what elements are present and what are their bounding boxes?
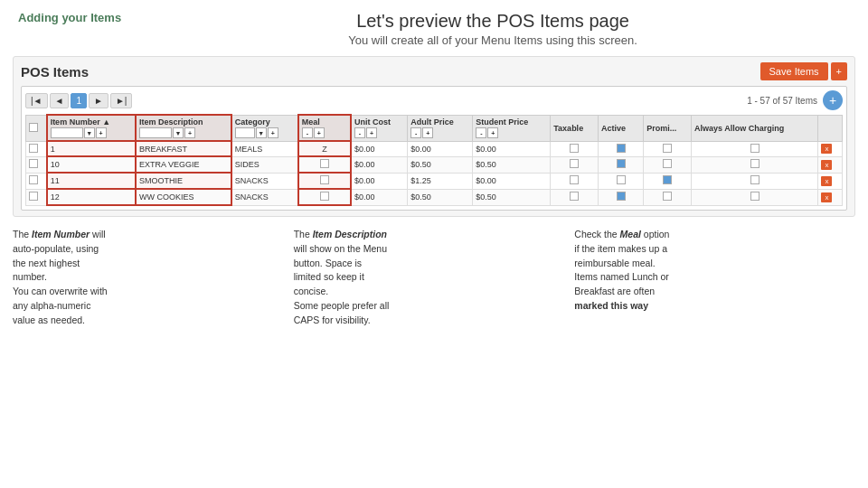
items-table: Item Number ▲ ▼ + Item Description ▼ + (25, 114, 843, 206)
student-plus[interactable]: + (487, 127, 498, 138)
table-row: 1 BREAKFAST MEALS Z $0.00 $0.00 $0.00 x (26, 141, 843, 156)
col2-text: The Item Descriptionwill show on the Men… (294, 229, 390, 325)
row-select (26, 189, 47, 205)
pagination-buttons: |◄ ◄ 1 ► ►| (25, 93, 132, 108)
delete-row-btn-2[interactable]: x (821, 176, 832, 186)
row-tax-1 (551, 156, 599, 173)
row-aac-3 (692, 189, 818, 205)
item-desc-plus[interactable]: + (184, 127, 195, 138)
adult-plus[interactable]: + (422, 127, 433, 138)
row-del-1: x (818, 156, 843, 173)
pos-header-row: POS Items Save Items + (21, 62, 847, 80)
row-select (26, 141, 47, 156)
save-extra-button[interactable]: + (831, 62, 847, 80)
row-cat-0: MEALS (231, 141, 298, 156)
row-promi-1 (644, 156, 692, 173)
row-cat-3: SNACKS (231, 189, 298, 205)
row-desc-0: BREAKFAST (136, 141, 231, 156)
row-meal-2 (298, 173, 351, 189)
last-page-btn[interactable]: ►| (110, 93, 133, 108)
meal-plus[interactable]: + (314, 127, 325, 138)
delete-row-btn-0[interactable]: x (821, 144, 832, 154)
cat-plus[interactable]: + (268, 127, 278, 138)
row-unit-2: $0.00 (351, 173, 408, 189)
table-area: |◄ ◄ 1 ► ►| 1 - 57 of 57 Items + Item Nu… (21, 86, 847, 211)
row-student-2: $0.00 (473, 173, 551, 189)
row-num-2: 11 (47, 173, 136, 189)
col-student-price: Student Price - + (473, 115, 551, 141)
row-unit-1: $0.00 (351, 156, 408, 173)
col-adult-price: Adult Price - + (408, 115, 473, 141)
row-promi-3 (644, 189, 692, 205)
row-cat-2: SNACKS (231, 173, 298, 189)
cat-arrow[interactable]: ▼ (256, 127, 267, 138)
pagination-row: |◄ ◄ 1 ► ►| 1 - 57 of 57 Items + (25, 90, 843, 110)
pos-container: POS Items Save Items + |◄ ◄ 1 ► ►| 1 - 5… (13, 56, 855, 217)
row-del-2: x (818, 173, 843, 189)
bottom-col-3: Check the Meal optionif the item makes u… (574, 228, 855, 327)
table-row: 10 EXTRA VEGGIE SIDES $0.00 $0.50 $0.50 (26, 156, 843, 173)
row-num-3: 12 (47, 189, 136, 205)
col3-text: Check the Meal optionif the item makes u… (574, 229, 669, 311)
row-active-1 (598, 156, 643, 173)
col-active: Active (598, 115, 643, 141)
table-header-row: Item Number ▲ ▼ + Item Description ▼ + (26, 115, 843, 141)
prev-page-btn[interactable]: ◄ (50, 93, 70, 108)
save-items-button[interactable]: Save Items (760, 62, 828, 80)
row-meal-0: Z (298, 141, 351, 156)
item-desc-filter[interactable] (139, 127, 172, 138)
row-student-0: $0.00 (473, 141, 551, 156)
cat-filter[interactable] (235, 127, 255, 138)
unit-plus[interactable]: + (366, 127, 377, 138)
bottom-col-2: The Item Descriptionwill show on the Men… (294, 228, 575, 327)
col-item-description: Item Description ▼ + (136, 115, 231, 141)
delete-row-btn-1[interactable]: x (821, 160, 832, 170)
col-unit-cost: Unit Cost - + (351, 115, 408, 141)
col-promi: Promi... (644, 115, 692, 141)
next-page-btn[interactable]: ► (89, 93, 108, 108)
col-delete (818, 115, 843, 141)
row-meal-3 (298, 189, 351, 205)
row-active-0 (598, 141, 643, 156)
row-tax-2 (551, 173, 599, 189)
row-unit-0: $0.00 (351, 141, 408, 156)
select-all-checkbox[interactable] (29, 123, 38, 132)
row-checkbox-3[interactable] (29, 192, 38, 201)
col1-text: The Item Number willauto-populate, using… (13, 229, 108, 325)
meal-minus[interactable]: - (302, 127, 313, 138)
delete-row-btn-3[interactable]: x (821, 192, 832, 202)
current-page-btn[interactable]: 1 (71, 93, 87, 108)
pos-header-actions: Save Items + (760, 62, 847, 80)
col-taxable: Taxable (551, 115, 599, 141)
row-tax-0 (551, 141, 599, 156)
row-desc-3: WW COOKIES (136, 189, 231, 205)
add-record-btn[interactable]: + (823, 90, 843, 110)
item-number-arrow[interactable]: ▼ (84, 127, 95, 138)
row-num-0: 1 (47, 141, 136, 156)
row-checkbox-1[interactable] (29, 159, 38, 168)
pos-title: POS Items (21, 64, 89, 80)
adult-minus[interactable]: - (410, 127, 421, 138)
row-checkbox-2[interactable] (29, 175, 38, 184)
page-header: Adding your Items Let's preview the POS … (0, 0, 868, 51)
unit-minus[interactable]: - (354, 127, 365, 138)
row-checkbox-0[interactable] (29, 144, 38, 153)
row-select (26, 173, 47, 189)
item-number-plus[interactable]: + (96, 127, 107, 138)
row-adult-3: $0.50 (408, 189, 473, 205)
table-row: 11 SMOOTHIE SNACKS $0.00 $1.25 $0.00 x (26, 173, 843, 189)
adding-label: Adding your Items (18, 11, 136, 24)
row-promi-0 (644, 141, 692, 156)
row-student-3: $0.50 (473, 189, 551, 205)
col-category: Category ▼ + (231, 115, 298, 141)
item-desc-arrow[interactable]: ▼ (173, 127, 184, 138)
student-minus[interactable]: - (476, 127, 486, 138)
row-adult-0: $0.00 (408, 141, 473, 156)
header-center: Let's preview the POS Items page You wil… (136, 11, 850, 47)
row-cat-1: SIDES (231, 156, 298, 173)
row-promi-2 (644, 173, 692, 189)
item-number-filter[interactable] (51, 127, 83, 138)
row-unit-3: $0.00 (351, 189, 408, 205)
first-page-btn[interactable]: |◄ (25, 93, 48, 108)
row-meal-1 (298, 156, 351, 173)
